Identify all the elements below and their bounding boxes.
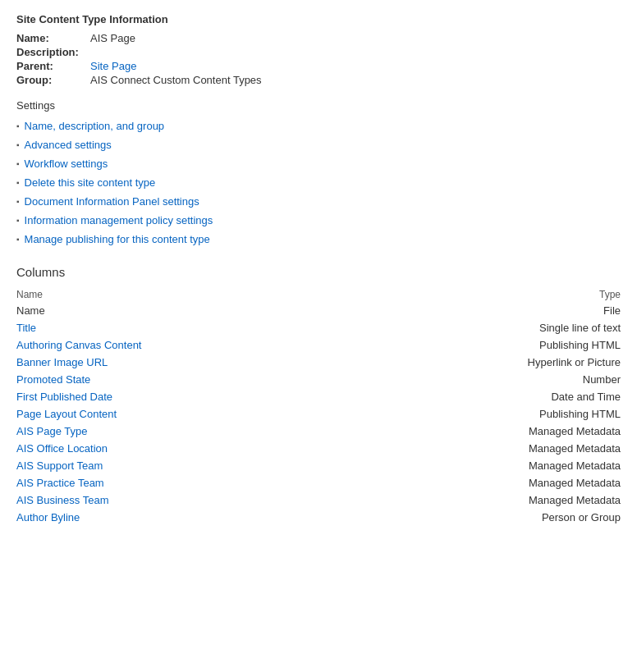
table-row: Page Layout ContentPublishing HTML	[16, 405, 621, 423]
group-label: Group:	[16, 74, 90, 86]
settings-link-document-info[interactable]: Document Information Panel settings	[25, 195, 199, 208]
list-item: Name, description, and group	[16, 120, 621, 132]
columns-title: Columns	[16, 265, 621, 279]
table-row: Promoted StateNumber	[16, 371, 621, 388]
column-name-link[interactable]: AIS Page Type	[16, 425, 88, 437]
col-type-cell: Managed Metadata	[363, 440, 621, 457]
settings-link-info-mgmt[interactable]: Information management policy settings	[25, 214, 213, 226]
column-name-link[interactable]: Authoring Canvas Content	[16, 339, 141, 351]
column-name-static: Name	[16, 304, 45, 317]
col-name-cell[interactable]: AIS Support Team	[16, 457, 363, 474]
col-type-cell: Publishing HTML	[363, 336, 621, 354]
col-type-cell: Managed Metadata	[363, 457, 621, 474]
col-name-cell[interactable]: Title	[16, 319, 363, 336]
column-name-link[interactable]: AIS Business Team	[16, 494, 108, 506]
col-type-cell: Publishing HTML	[363, 405, 621, 423]
col-type-cell: Managed Metadata	[363, 491, 621, 509]
table-row: AIS Support TeamManaged Metadata	[16, 457, 621, 474]
table-row: Author BylinePerson or Group	[16, 509, 621, 526]
table-row: NameFile	[16, 302, 621, 319]
table-row: AIS Page TypeManaged Metadata	[16, 423, 621, 440]
column-name-link[interactable]: Banner Image URL	[16, 356, 108, 368]
column-name-link[interactable]: Author Byline	[16, 511, 80, 523]
col-name-cell[interactable]: Banner Image URL	[16, 354, 363, 371]
col-type-cell: Person or Group	[363, 509, 621, 526]
column-name-link[interactable]: Promoted State	[16, 373, 90, 386]
name-column-header: Name	[16, 287, 363, 302]
description-label: Description:	[16, 46, 90, 58]
parent-value[interactable]: Site Page	[90, 60, 621, 72]
column-name-link[interactable]: Title	[16, 322, 36, 334]
col-name-cell[interactable]: AIS Business Team	[16, 491, 363, 509]
col-type-cell: Date and Time	[363, 388, 621, 405]
site-content-type-info: Name: AIS Page Description: Parent: Site…	[16, 32, 621, 86]
settings-link-advanced[interactable]: Advanced settings	[25, 139, 112, 151]
col-name-cell[interactable]: AIS Page Type	[16, 423, 363, 440]
table-row: TitleSingle line of text	[16, 319, 621, 336]
col-name-cell[interactable]: Authoring Canvas Content	[16, 336, 363, 354]
col-type-cell: Managed Metadata	[363, 474, 621, 491]
columns-section: Columns Name Type NameFileTitleSingle li…	[16, 265, 621, 526]
col-type-cell: Hyperlink or Picture	[363, 354, 621, 371]
column-name-link[interactable]: AIS Office Location	[16, 442, 108, 455]
table-row: AIS Practice TeamManaged Metadata	[16, 474, 621, 491]
col-type-cell: Number	[363, 371, 621, 388]
settings-label: Settings	[16, 99, 621, 112]
settings-link-delete[interactable]: Delete this site content type	[25, 176, 156, 189]
list-item: Manage publishing for this content type	[16, 233, 621, 245]
list-item: Information management policy settings	[16, 214, 621, 226]
col-type-cell: Single line of text	[363, 319, 621, 336]
col-name-cell: Name	[16, 302, 363, 319]
table-row: AIS Office LocationManaged Metadata	[16, 440, 621, 457]
table-row: AIS Business TeamManaged Metadata	[16, 491, 621, 509]
group-value: AIS Connect Custom Content Types	[90, 74, 621, 86]
col-name-cell[interactable]: Page Layout Content	[16, 405, 363, 423]
settings-link-name-desc-group[interactable]: Name, description, and group	[25, 120, 165, 132]
settings-link-workflow[interactable]: Workflow settings	[25, 158, 108, 170]
type-column-header: Type	[363, 287, 621, 302]
columns-table: Name Type NameFileTitleSingle line of te…	[16, 287, 621, 526]
col-name-cell[interactable]: First Published Date	[16, 388, 363, 405]
column-name-link[interactable]: First Published Date	[16, 391, 112, 403]
parent-label: Parent:	[16, 60, 90, 72]
col-name-cell[interactable]: AIS Office Location	[16, 440, 363, 457]
settings-link-manage-publishing[interactable]: Manage publishing for this content type	[25, 233, 210, 245]
col-type-cell: Managed Metadata	[363, 423, 621, 440]
name-label: Name:	[16, 32, 90, 44]
list-item: Document Information Panel settings	[16, 195, 621, 208]
list-item: Delete this site content type	[16, 176, 621, 189]
col-name-cell[interactable]: Promoted State	[16, 371, 363, 388]
list-item: Workflow settings	[16, 158, 621, 170]
table-row: Banner Image URLHyperlink or Picture	[16, 354, 621, 371]
description-value	[90, 46, 621, 58]
col-name-cell[interactable]: Author Byline	[16, 509, 363, 526]
column-name-link[interactable]: AIS Practice Team	[16, 477, 104, 489]
table-row: Authoring Canvas ContentPublishing HTML	[16, 336, 621, 354]
name-value: AIS Page	[90, 32, 621, 44]
settings-list: Name, description, and group Advanced se…	[16, 120, 621, 245]
column-name-link[interactable]: Page Layout Content	[16, 408, 117, 420]
col-type-cell: File	[363, 302, 621, 319]
col-name-cell[interactable]: AIS Practice Team	[16, 474, 363, 491]
list-item: Advanced settings	[16, 139, 621, 151]
page-section-title: Site Content Type Information	[16, 13, 621, 25]
column-name-link[interactable]: AIS Support Team	[16, 459, 103, 472]
parent-link[interactable]: Site Page	[90, 60, 136, 72]
table-row: First Published DateDate and Time	[16, 388, 621, 405]
